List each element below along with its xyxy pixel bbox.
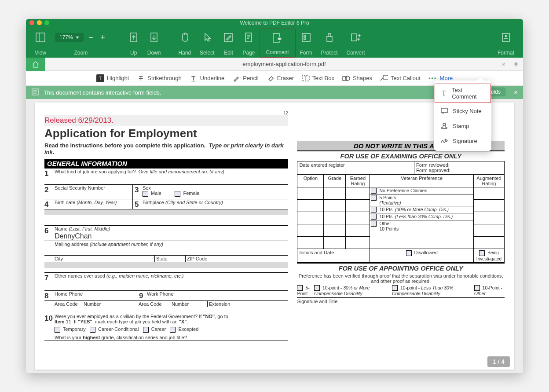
- protect-button[interactable]: Protect: [317, 29, 342, 58]
- home-icon: [31, 60, 40, 68]
- svg-point-16: [505, 36, 506, 37]
- svg-rect-15: [502, 33, 509, 41]
- svg-rect-0: [36, 33, 45, 42]
- document-title: Application for Employment: [44, 127, 288, 140]
- underline-icon: T: [190, 74, 198, 82]
- lock-icon: [325, 32, 334, 43]
- comment-button[interactable]: Comment: [260, 29, 296, 58]
- new-tab-button[interactable]: +: [513, 59, 519, 70]
- excepted-checkbox[interactable]: [170, 327, 176, 333]
- sticky-note-option[interactable]: Sticky Note: [434, 103, 491, 118]
- form-number: 12: [44, 110, 288, 115]
- pencil-icon: [232, 74, 240, 82]
- callout-tool[interactable]: Text Callout: [380, 74, 421, 82]
- svg-text:T: T: [304, 76, 307, 81]
- strikethrough-icon: T: [137, 74, 145, 82]
- zoom-out-button[interactable]: −: [87, 33, 95, 42]
- svg-rect-10: [302, 33, 310, 41]
- close-window-button[interactable]: [29, 20, 34, 25]
- career-conditional-checkbox[interactable]: [90, 327, 95, 333]
- select-tool-button[interactable]: Select: [195, 29, 219, 58]
- appointing-office-header: FOR USE OF APPOINTING OFFICE ONLY: [297, 263, 505, 273]
- strikethrough-tool[interactable]: TStrikethrough: [137, 74, 181, 82]
- general-info-header: GENERAL INFORMATION: [44, 159, 288, 168]
- svg-rect-27: [441, 108, 447, 113]
- close-tab-button[interactable]: ×: [502, 61, 505, 68]
- svg-rect-12: [304, 38, 306, 40]
- released-stamp: Released 6/29/2013.: [44, 115, 288, 126]
- stamp-icon: [440, 122, 448, 130]
- zoom-value-dropdown[interactable]: 177%: [55, 33, 84, 42]
- convert-icon: [350, 32, 362, 43]
- page-button[interactable]: Page: [238, 29, 259, 58]
- svg-point-28: [443, 123, 446, 126]
- traffic-lights: [29, 20, 49, 25]
- edit-icon: [223, 32, 234, 43]
- signature-option[interactable]: Signature: [434, 133, 491, 148]
- home-button[interactable]: [26, 58, 45, 71]
- eraser-tool[interactable]: Eraser: [267, 74, 294, 82]
- zoom-control[interactable]: 177% − + Zoom: [51, 29, 111, 58]
- eraser-icon: [267, 74, 274, 82]
- callout-icon: [380, 74, 388, 82]
- hand-icon: [179, 32, 190, 43]
- document-tab-bar: employment-application-form.pdf × +: [26, 58, 523, 71]
- female-checkbox[interactable]: [175, 191, 180, 197]
- app-window: Welcome to PDF Editor 6 Pro View 177% − …: [26, 19, 523, 373]
- form-button[interactable]: Form: [296, 29, 317, 58]
- highlight-icon: T: [96, 74, 104, 82]
- svg-point-21: [345, 76, 350, 81]
- examining-office-header: FOR USE OF EXAMINING OFFICE ONLY: [297, 150, 505, 161]
- textbox-tool[interactable]: TText Box: [302, 74, 334, 82]
- textbox-icon: T: [302, 74, 310, 82]
- form-banner-icon: [31, 88, 39, 97]
- instructions: Read the instructions before you complet…: [44, 142, 288, 155]
- convert-button[interactable]: Convert: [342, 29, 370, 58]
- main-toolbar: View 177% − + Zoom Up Down Hand Select: [26, 27, 523, 58]
- examining-office-table: Date entered registerForm reviewed:Form …: [297, 161, 505, 174]
- stamp-option[interactable]: Stamp: [434, 118, 491, 133]
- svg-rect-11: [304, 35, 306, 37]
- view-button[interactable]: View: [30, 29, 51, 58]
- window-title: Welcome to PDF Editor 6 Pro: [240, 20, 309, 26]
- more-tools-popover: T Text Comment Sticky Note Stamp Signatu…: [434, 81, 491, 151]
- format-button[interactable]: Format: [493, 29, 519, 58]
- maximize-window-button[interactable]: [44, 20, 49, 25]
- form-icon: [301, 32, 311, 43]
- page-up-icon: [129, 32, 139, 43]
- close-banner-button[interactable]: ×: [514, 88, 518, 96]
- temporary-checkbox[interactable]: [55, 327, 60, 333]
- edit-button[interactable]: Edit: [219, 29, 238, 58]
- up-button[interactable]: Up: [124, 29, 143, 58]
- text-comment-option[interactable]: T Text Comment: [434, 83, 491, 103]
- pencil-tool[interactable]: Pencil: [232, 74, 258, 82]
- comment-icon: [272, 32, 283, 44]
- sticky-note-icon: [440, 107, 448, 115]
- shapes-tool[interactable]: Shapes: [342, 74, 372, 82]
- format-icon: [501, 32, 511, 43]
- zoom-in-button[interactable]: +: [99, 33, 107, 42]
- name-field-value[interactable]: DennyChan: [55, 231, 287, 240]
- page-down-icon: [149, 32, 159, 43]
- text-comment-icon: T: [440, 89, 447, 97]
- minimize-window-button[interactable]: [37, 20, 42, 25]
- svg-rect-22: [383, 75, 388, 79]
- page-indicator[interactable]: 1 / 4: [487, 356, 510, 367]
- view-icon: [35, 32, 46, 43]
- page-icon: [244, 32, 253, 43]
- underline-tool[interactable]: TUnderline: [190, 74, 225, 82]
- chevron-down-icon: [76, 37, 79, 39]
- svg-rect-5: [245, 33, 252, 42]
- signature-icon: [440, 137, 448, 145]
- svg-rect-14: [351, 34, 357, 41]
- window-titlebar: Welcome to PDF Editor 6 Pro: [26, 19, 523, 27]
- highlight-tool[interactable]: THighlight: [96, 74, 129, 82]
- cursor-icon: [202, 32, 212, 43]
- male-checkbox[interactable]: [143, 191, 148, 197]
- document-tab[interactable]: employment-application-form.pdf: [45, 61, 523, 67]
- hand-tool-button[interactable]: Hand: [174, 29, 195, 58]
- banner-message: This document contains interactive form …: [44, 89, 161, 96]
- down-button[interactable]: Down: [143, 29, 165, 58]
- svg-rect-13: [327, 37, 332, 41]
- career-checkbox[interactable]: [143, 327, 149, 333]
